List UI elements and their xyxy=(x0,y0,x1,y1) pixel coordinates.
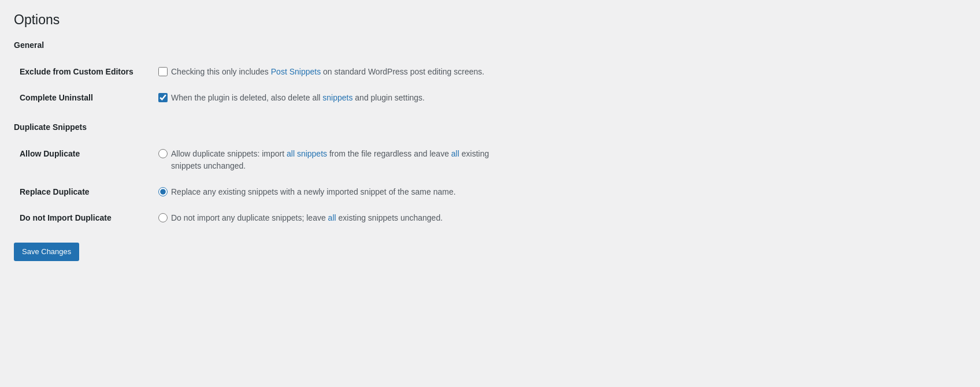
replace-duplicate-radio[interactable] xyxy=(158,187,168,196)
general-options-table: Exclude from Custom Editors Checking thi… xyxy=(14,59,506,111)
replace-duplicate-field: Replace any existing snippets with a new… xyxy=(158,186,500,198)
page-container: Options General Exclude from Custom Edit… xyxy=(0,0,520,273)
allow-duplicate-row: Allow Duplicate Allow duplicate snippets… xyxy=(14,141,506,179)
duplicate-options-table: Allow Duplicate Allow duplicate snippets… xyxy=(14,141,506,231)
duplicate-snippets-section: Duplicate Snippets Allow Duplicate Allow… xyxy=(14,122,506,231)
allow-duplicate-description: Allow duplicate snippets: import all sni… xyxy=(171,148,500,172)
all-existing-link-2: all xyxy=(328,213,336,222)
general-section: General Exclude from Custom Editors Chec… xyxy=(14,40,506,111)
all-snippets-link-1: all snippets xyxy=(287,149,327,158)
page-title: Options xyxy=(14,12,506,29)
exclude-custom-editors-description: Checking this only includes Post Snippet… xyxy=(171,66,484,78)
exclude-custom-editors-field: Checking this only includes Post Snippet… xyxy=(158,66,500,78)
exclude-custom-editors-checkbox[interactable] xyxy=(158,67,168,76)
allow-duplicate-label: Allow Duplicate xyxy=(20,149,80,158)
complete-uninstall-field: When the plugin is deleted, also delete … xyxy=(158,92,500,104)
complete-uninstall-row: Complete Uninstall When the plugin is de… xyxy=(14,85,506,111)
post-snippets-link: Post Snippets xyxy=(271,67,321,76)
snippets-link: snippets xyxy=(322,93,352,102)
form-actions: Save Changes xyxy=(14,243,506,261)
replace-duplicate-description: Replace any existing snippets with a new… xyxy=(171,186,456,198)
replace-duplicate-label: Replace Duplicate xyxy=(20,187,90,196)
save-changes-button[interactable]: Save Changes xyxy=(14,243,79,261)
do-not-import-duplicate-description: Do not import any duplicate snippets; le… xyxy=(171,212,443,224)
duplicate-snippets-section-title: Duplicate Snippets xyxy=(14,122,506,132)
all-existing-link-1: all xyxy=(451,149,459,158)
exclude-custom-editors-row: Exclude from Custom Editors Checking thi… xyxy=(14,59,506,85)
do-not-import-duplicate-field: Do not import any duplicate snippets; le… xyxy=(158,212,500,224)
complete-uninstall-label: Complete Uninstall xyxy=(20,93,93,102)
exclude-custom-editors-label: Exclude from Custom Editors xyxy=(20,67,133,76)
do-not-import-duplicate-label: Do not Import Duplicate xyxy=(20,213,112,222)
general-section-title: General xyxy=(14,40,506,50)
complete-uninstall-description: When the plugin is deleted, also delete … xyxy=(171,92,425,104)
allow-duplicate-radio[interactable] xyxy=(158,149,168,158)
complete-uninstall-checkbox[interactable] xyxy=(158,93,168,102)
allow-duplicate-field: Allow duplicate snippets: import all sni… xyxy=(158,148,500,172)
replace-duplicate-row: Replace Duplicate Replace any existing s… xyxy=(14,179,506,205)
do-not-import-duplicate-radio[interactable] xyxy=(158,213,168,222)
do-not-import-duplicate-row: Do not Import Duplicate Do not import an… xyxy=(14,205,506,231)
